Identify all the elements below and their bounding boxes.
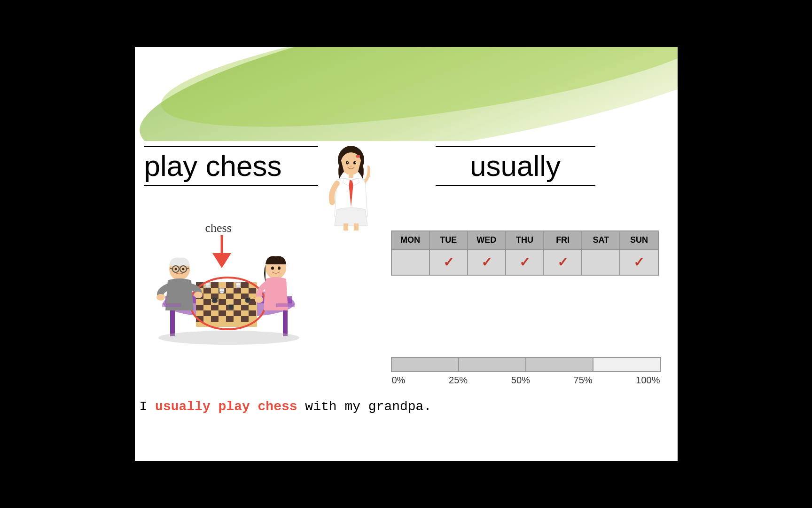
progress-bar <box>391 357 661 372</box>
progress-labels: 0% 25% 50% 75% 100% <box>391 375 661 386</box>
chess-image-area: chess <box>140 221 318 353</box>
svg-rect-27 <box>249 288 256 294</box>
calendar-header-wed: WED <box>468 231 506 249</box>
svg-rect-41 <box>219 310 226 316</box>
svg-point-7 <box>355 162 356 163</box>
svg-rect-46 <box>226 316 234 322</box>
progress-seg-1 <box>392 358 459 371</box>
svg-point-67 <box>174 268 177 270</box>
svg-rect-59 <box>245 298 250 301</box>
svg-rect-57 <box>229 305 234 308</box>
calendar-cell-sun: ✓ <box>620 249 658 275</box>
svg-rect-37 <box>211 305 219 310</box>
svg-rect-55 <box>212 297 217 301</box>
svg-rect-24 <box>203 288 211 294</box>
svg-point-8 <box>350 166 352 167</box>
slide: play chess usually <box>135 47 678 461</box>
svg-point-4 <box>346 161 349 165</box>
girl-character <box>323 146 379 226</box>
progress-label-50: 50% <box>511 375 530 386</box>
calendar-cell-sat <box>582 249 620 275</box>
chess-illustration <box>144 235 313 348</box>
svg-rect-33 <box>219 299 226 305</box>
svg-rect-30 <box>226 294 234 299</box>
progress-label-25: 25% <box>449 375 468 386</box>
progress-seg-3 <box>526 358 593 371</box>
svg-rect-45 <box>211 316 219 322</box>
svg-point-69 <box>156 294 165 301</box>
progress-label-75: 75% <box>574 375 593 386</box>
progress-seg-2 <box>459 358 526 371</box>
sentence-suffix: with my grandpa. <box>297 399 432 414</box>
usually-text: usually <box>470 150 561 182</box>
chess-label: chess <box>205 221 232 235</box>
svg-rect-26 <box>234 288 241 294</box>
calendar-cell-tue: ✓ <box>429 249 468 275</box>
progress-label-0: 0% <box>392 375 406 386</box>
progress-bar-container: 0% 25% 50% 75% 100% <box>391 357 661 386</box>
calendar-table: MON TUE WED THU FRI SAT SUN ✓ ✓ ✓ ✓ ✓ <box>391 230 659 276</box>
svg-point-70 <box>194 292 203 298</box>
calendar-cell-thu: ✓ <box>506 249 544 275</box>
svg-rect-11 <box>344 223 348 230</box>
calendar-cell-mon <box>391 249 429 275</box>
svg-rect-76 <box>162 303 181 307</box>
svg-rect-22 <box>226 282 234 288</box>
svg-point-6 <box>347 162 348 163</box>
svg-rect-21 <box>211 282 219 288</box>
svg-point-74 <box>255 296 263 303</box>
calendar-header-sat: SAT <box>582 231 620 249</box>
svg-point-75 <box>158 331 299 345</box>
svg-rect-36 <box>196 305 203 310</box>
bottom-sentence: I usually play chess with my grandpa. <box>140 399 432 414</box>
svg-rect-34 <box>234 299 241 305</box>
play-chess-title: play chess <box>144 146 318 186</box>
sentence-prefix: I <box>140 399 156 414</box>
play-chess-text: play chess <box>144 150 282 182</box>
progress-seg-4 <box>593 358 660 371</box>
svg-point-68 <box>182 268 184 270</box>
svg-rect-40 <box>203 310 211 316</box>
calendar-header-thu: THU <box>506 231 544 249</box>
calendar-cell-wed: ✓ <box>468 249 506 275</box>
svg-rect-77 <box>276 303 295 307</box>
svg-rect-23 <box>241 282 249 288</box>
svg-point-5 <box>353 161 356 165</box>
calendar-header-sun: SUN <box>620 231 658 249</box>
calendar-cell-fri: ✓ <box>544 249 582 275</box>
svg-rect-43 <box>249 310 256 316</box>
svg-point-72 <box>271 267 274 270</box>
svg-rect-39 <box>241 305 249 310</box>
calendar-header-fri: FRI <box>544 231 582 249</box>
svg-rect-47 <box>241 316 249 322</box>
progress-label-100: 100% <box>636 375 660 386</box>
calendar-header-tue: TUE <box>429 231 468 249</box>
svg-rect-32 <box>203 299 211 305</box>
svg-rect-12 <box>354 223 359 230</box>
calendar-header-mon: MON <box>391 231 429 249</box>
usually-title: usually <box>436 146 595 186</box>
svg-rect-42 <box>234 310 241 316</box>
svg-rect-51 <box>219 288 224 292</box>
svg-rect-9 <box>356 155 360 158</box>
svg-point-73 <box>278 267 281 270</box>
svg-rect-53 <box>236 283 241 286</box>
sentence-highlight: usually play chess <box>155 399 297 414</box>
background-swoosh <box>135 47 678 141</box>
